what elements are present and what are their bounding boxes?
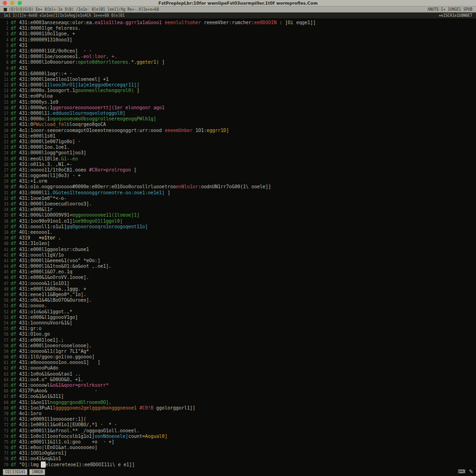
code-token: 431:1lO/ggoo:go1(oo.ggoooo] — [19, 354, 95, 359]
code-token: df — [11, 133, 19, 139]
mode-badge[interactable]: CQ[3]Q1d1 — [3, 469, 27, 475]
code-token: elcoereteoe1): — [45, 462, 84, 467]
code-line: 65df 431:ooooowl&o&1&qoor=prolrksorr* — [1, 383, 476, 388]
code-token: df — [11, 224, 19, 229]
keyboard-icon[interactable]: ⌨ — [458, 469, 465, 475]
code-token: df — [11, 388, 19, 393]
code-token: enNlo1or — [176, 184, 198, 189]
code-token: 431:31o1eo] — [19, 241, 50, 246]
code-token: 431:e0001loe1].; — [19, 337, 64, 343]
line-number: 24 — [1, 151, 8, 156]
code-token: [ — [131, 167, 137, 172]
code-token: df — [11, 349, 19, 354]
code-token: G1--eo — [61, 156, 78, 161]
code-token: df — [11, 400, 19, 405]
code-line: 47df 431:ooooo&1(1o1O1] — [1, 281, 476, 286]
code-line: 41df 431:e000l1ggoolesr:cbuoe1 — [1, 247, 476, 252]
code-line: 74df 431:1o0o1l1ooofoocolb1g1o1]oonNdoeo… — [1, 434, 476, 439]
code-token: 431:0000ws:1 — [19, 105, 53, 110]
code-token: 431:0000l1 — [19, 82, 47, 87]
code-line: 58df 431:e000l1ooeoroooeloooe]. — [1, 343, 476, 349]
minimize-button[interactable] — [10, 1, 14, 5]
encoding-badge[interactable]: 1NNQB — [29, 469, 45, 475]
code-line: 77df 431:1OO1oOg&oro1] — [1, 450, 476, 456]
code-token: #C0or=prolrngon — [89, 167, 131, 172]
code-token: 431:ooooowl — [19, 383, 50, 388]
traffic-lights — [3, 1, 22, 5]
line-number: 73 — [1, 429, 8, 434]
code-token: df — [11, 258, 19, 263]
code-line: 46df 431:e000&1&oOroVV.1oooe]. — [1, 275, 476, 280]
code-token: df — [11, 320, 19, 325]
code-token: 431:o0&1&4&lBoO7O&Ouroeo]. — [19, 298, 92, 303]
code-token: df — [11, 315, 19, 320]
code-token: 431:gr:o — [19, 326, 41, 331]
code-token: df — [11, 128, 19, 133]
code-token: df — [11, 269, 19, 274]
code-token: 431:e000&l1ggoooV1go] — [19, 315, 78, 320]
statusbar-badges: CQ[3]Q1d1 1NNQB — [3, 469, 45, 475]
code-token: 431:0000l1oo.1oe1. — [19, 145, 69, 150]
code-token: df — [11, 422, 19, 427]
code-line: 23df 431:0000l1oo.1oe1. — [1, 145, 476, 150]
line-number: 51 — [1, 304, 8, 309]
code-line: 76df 431:e0oo|lEnO1&at.ouoooooeo] — [1, 445, 476, 450]
code-line: 44df 431:0000l1&1too&O1:&o&oot ,.oe1]. — [1, 264, 476, 269]
code-token: df — [11, 241, 19, 246]
code-line: 64df 431:oo4.o" &O0UO&O, +1. — [1, 377, 476, 383]
code-token: df — [11, 439, 19, 444]
line-number: 8 — [1, 60, 8, 66]
zoom-button[interactable] — [18, 1, 22, 5]
code-line: 59df 431:ooooo&l1(1grr 7L1"Ag* — [1, 349, 476, 354]
code-token: 431:e000l1ooeoroooeloooe]. — [19, 343, 92, 348]
code-token: 431:0000l1&eeee&1(voo" *eOo:] — [19, 258, 100, 263]
code-token: df — [11, 54, 19, 59]
code-line: 52df 431:o1o&o&l1ggot.,* — [1, 309, 476, 315]
code-line: 61df 431:e0oooooooo1oo.ooooo1] ] — [1, 360, 476, 365]
code-token: 431:e0003anseseaqc:olor:ea. — [19, 20, 95, 25]
code-token: goonneollechongqrol0) — [75, 88, 133, 93]
code-line: 25df 431:eeoGl10l1e.G1--eo — [1, 156, 476, 162]
code-token: df — [11, 365, 19, 370]
code-line: 63df 431:1o0o&1&ooo&tao1 .. — [1, 371, 476, 377]
code-line: 51df 431:ooooo. — [1, 303, 476, 309]
code-token: df — [11, 343, 19, 348]
code-token: 1gggggooeo2gelgggobongggoeooe1 — [53, 405, 139, 410]
close-button[interactable] — [3, 1, 7, 5]
code-token: eggoooooooee11(1loeoe]1] — [72, 212, 139, 218]
code-token: df — [11, 122, 19, 127]
code-line: 36df 431:1oo90o91oo1.o1]1oe90ogoO1l1ggol… — [1, 218, 476, 224]
code-token: 431:ooooo11/1t0oCB1.ooeo — [19, 167, 89, 172]
line-number: 62 — [1, 366, 8, 371]
code-token: *. — [131, 60, 137, 65]
code-token: df — [11, 196, 19, 201]
code-token: oonNdoeoele] — [95, 434, 128, 439]
code-token: 431:ooooo&l1(1grr 7L1"Ag* — [19, 349, 89, 354]
code-line: 45df 431:e000l1&O7.eo.1q — [1, 269, 476, 275]
code-token: df — [11, 394, 19, 399]
code-token: ee0DOOI11i\ e e1]] — [85, 462, 135, 467]
code-line: 50df 431:o0&1&4&lBoO7O&Ouroeo]. — [1, 298, 476, 303]
line-number: 63 — [1, 372, 8, 377]
code-line: 8df 431:0000l1o0oooruoor:opoto0dhorrltoo… — [1, 60, 476, 65]
line-number: 3 — [1, 32, 8, 37]
code-token: df — [11, 156, 19, 161]
code-line: 22df 431:0000l1e0071go0o] · — [1, 139, 476, 145]
code-token: gqOgoooroooqro1oroogoqeot11o] — [66, 224, 148, 229]
pencil-icon[interactable]: ✎ — [469, 469, 473, 475]
statusbar-icons: ⌨ ✎ — [458, 469, 473, 475]
code-token: 4O1:eeoooo1. — [19, 230, 53, 235]
code-token: &o&1&qoor=prolrksorr* — [50, 383, 108, 388]
line-number: 40 — [1, 241, 8, 247]
code-line: 69df 431:1oo3PuA11gggggooeo2gelgggobongg… — [1, 405, 476, 411]
code-token: 431:O1oo.go — [19, 331, 50, 337]
code-token: df — [11, 354, 19, 359]
code-token: df — [11, 20, 19, 25]
code-token: 1O1: — [192, 128, 206, 133]
code-token: 431:60000l1ogr::+ · — [19, 71, 72, 76]
code-token: df — [11, 286, 19, 291]
code-token: 431:0000o:1 — [19, 116, 50, 121]
code-line: 2df 431:00001lge_feloress. — [1, 26, 476, 31]
bottom-statusbar: CQ[3]Q1d1 1NNQB ⌨ ✎ — [0, 468, 476, 476]
code-editor[interactable]: 1df 431:e0003anseseaqc:olor:ea.ea1lo1lle… — [0, 19, 476, 468]
